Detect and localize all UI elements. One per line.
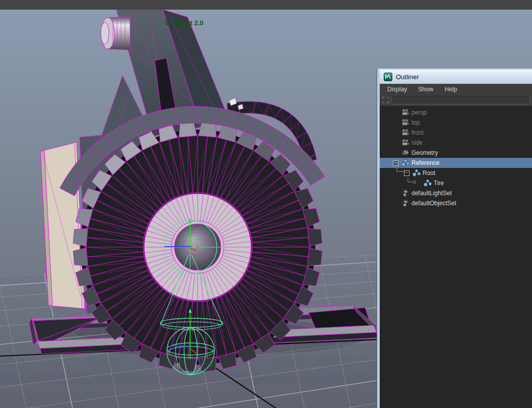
outliner-tree[interactable]: − persp − top − front − side − Geometry … <box>380 106 532 408</box>
hud-renderer-label: Viewport 2.0 <box>165 19 203 27</box>
outliner-row[interactable]: − top <box>380 118 532 128</box>
outliner-row[interactable]: − defaultObjectSet <box>380 198 532 208</box>
joint-icon <box>423 179 432 187</box>
outliner-row[interactable]: − front <box>380 128 532 138</box>
top-toolbar-strip <box>0 0 532 10</box>
menu-display[interactable]: Display <box>383 85 411 93</box>
outliner-window: Outliner Display Show Help − persp − <box>377 69 532 408</box>
outliner-title: Outliner <box>396 73 419 81</box>
filter-icon[interactable] <box>381 95 390 105</box>
camera-icon <box>401 139 410 147</box>
camera-icon <box>401 108 410 116</box>
tree-expander[interactable]: − <box>393 160 398 166</box>
tree-connector <box>407 178 419 185</box>
maya-window: Viewport 2.0 Outliner Display Show Help <box>0 0 532 408</box>
menu-show[interactable]: Show <box>413 85 438 93</box>
outliner-row[interactable]: − side <box>380 138 532 148</box>
outliner-row[interactable]: − Reference <box>380 158 532 168</box>
outliner-row[interactable]: − Root <box>380 168 532 178</box>
outliner-filter-row <box>380 94 532 106</box>
set-icon <box>401 199 410 207</box>
outliner-row[interactable]: − Geometry <box>380 148 532 158</box>
outliner-row[interactable]: − Tire <box>380 178 532 188</box>
joint-icon <box>401 159 410 167</box>
tree-connector <box>396 168 405 174</box>
joint-icon <box>412 169 421 177</box>
camera-icon <box>401 119 410 127</box>
outliner-row[interactable]: − defaultLightSet <box>380 188 532 198</box>
outliner-menubar: Display Show Help <box>380 84 532 94</box>
outliner-row[interactable]: − persp <box>380 107 532 118</box>
outliner-titlebar[interactable]: Outliner <box>380 70 532 84</box>
set-icon <box>401 189 410 197</box>
camera-icon <box>401 129 410 137</box>
maya-app-icon <box>384 73 392 81</box>
mesh-icon <box>401 149 410 157</box>
menu-help[interactable]: Help <box>440 85 461 93</box>
outliner-search-input[interactable] <box>391 96 530 104</box>
